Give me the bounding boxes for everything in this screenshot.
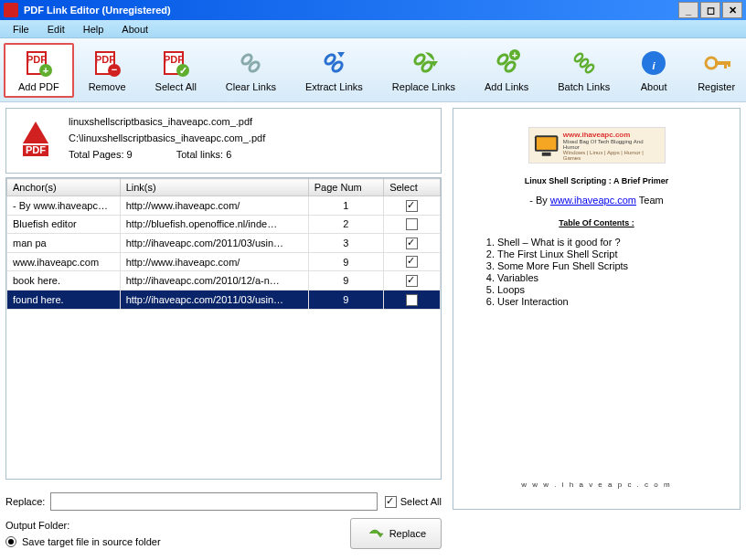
toolbar-register[interactable]: Register — [683, 43, 746, 98]
preview-byline: - By www.ihaveapc.com Team — [479, 195, 714, 206]
cell-link: http://ihaveapc.com/2010/12/a-n… — [120, 271, 308, 291]
row-checkbox[interactable] — [406, 294, 418, 306]
cell-page: 2 — [308, 215, 383, 234]
toolbar-label: Add Links — [485, 81, 528, 92]
row-checkbox[interactable] — [406, 256, 418, 268]
toolbar-label: Clear Links — [226, 81, 276, 92]
toolbar-add-pdf[interactable]: PDF+Add PDF — [4, 43, 74, 98]
banner-domain: www.ihaveapc.com — [563, 131, 661, 139]
cell-anchor: found here. — [7, 290, 121, 309]
toolbar-clear-links[interactable]: Clear Links — [211, 43, 291, 98]
menu-file[interactable]: File — [4, 22, 38, 37]
pdf-add-icon: PDF+ — [24, 48, 53, 78]
replace-button-label: Replace — [389, 528, 426, 539]
maximize-button[interactable]: ◻ — [700, 2, 720, 18]
select-all-checkbox[interactable] — [385, 496, 397, 508]
close-button[interactable]: ✕ — [722, 2, 742, 18]
preview-toc-heading: Table Of Contents : — [479, 218, 714, 227]
cell-page: 1 — [308, 196, 383, 216]
cell-select[interactable] — [384, 271, 441, 291]
table-row[interactable]: Bluefish editorhttp://bluefish.openoffic… — [7, 215, 441, 234]
svg-rect-29 — [724, 61, 727, 69]
pdf-file-icon: PDF — [14, 116, 58, 160]
pdf-remove-icon: PDF− — [92, 48, 122, 78]
cell-page: 9 — [308, 290, 383, 309]
cell-anchor: Bluefish editor — [7, 215, 121, 234]
preview-pane: www.ihaveapc.com Mixed Bag Of Tech Blogg… — [453, 108, 741, 510]
row-checkbox[interactable] — [406, 238, 418, 249]
header-select[interactable]: Select — [384, 179, 441, 196]
banner-sub2: Windows | Linux | Apps | Humor | Games — [563, 150, 661, 161]
table-row[interactable]: found here.http://ihaveapc.com/2011/03/u… — [7, 290, 441, 309]
toolbar-label: Batch Links — [558, 81, 610, 92]
toc-item: Shell – What is it good for ? — [497, 237, 714, 248]
menu-edit[interactable]: Edit — [38, 22, 74, 37]
header-anchor[interactable]: Anchor(s) — [7, 179, 121, 196]
cell-page: 9 — [308, 271, 383, 291]
toc-item: Variables — [497, 272, 714, 283]
cell-page: 3 — [308, 234, 383, 253]
svg-rect-28 — [715, 61, 730, 65]
preview-banner: www.ihaveapc.com Mixed Bag Of Tech Blogg… — [528, 127, 666, 164]
svg-text:PDF: PDF — [27, 54, 47, 65]
replace-arrow-icon — [366, 524, 384, 543]
toolbar-select-all[interactable]: PDF✓Select All — [141, 43, 211, 98]
toolbar: PDF+Add PDFPDF−RemovePDF✓Select AllClear… — [0, 38, 746, 102]
cell-anchor: book here. — [7, 271, 121, 291]
cell-anchor: - By www.ihaveapc… — [7, 196, 121, 216]
header-link[interactable]: Link(s) — [120, 179, 308, 196]
svg-rect-35 — [541, 153, 550, 156]
link-extract-icon — [319, 48, 348, 78]
toolbar-replace-links[interactable]: Replace Links — [378, 43, 470, 98]
toolbar-batch-links[interactable]: Batch Links — [543, 43, 624, 98]
save-source-radio[interactable] — [5, 536, 16, 547]
menu-about[interactable]: About — [112, 22, 157, 37]
toolbar-label: About — [641, 81, 667, 92]
svg-text:PDF: PDF — [164, 54, 184, 65]
toc-item: Some More Fun Shell Scripts — [497, 260, 714, 271]
file-path: C:\linuxshellscriptbasics_ihaveapc.com_.… — [69, 132, 433, 143]
table-row[interactable]: man pahttp://ihaveapc.com/2011/03/usin…3 — [7, 234, 441, 253]
table-row[interactable]: www.ihaveapc.comhttp://www.ihaveapc.com/… — [7, 252, 441, 271]
cell-select[interactable] — [384, 234, 441, 253]
total-links: Total links: 6 — [176, 149, 232, 160]
cell-link: http://ihaveapc.com/2011/03/usin… — [120, 234, 308, 253]
link-replace-icon — [409, 48, 438, 78]
cell-link: http://www.ihaveapc.com/ — [120, 252, 308, 271]
toc-item: Loops — [497, 284, 714, 295]
toolbar-label: Replace Links — [392, 81, 455, 92]
window-title: PDF Link Editor (Unregistered) — [24, 5, 677, 16]
minimize-button[interactable]: _ — [678, 2, 698, 18]
svg-rect-30 — [728, 61, 730, 67]
cell-select[interactable] — [384, 290, 441, 309]
svg-text:−: − — [112, 64, 117, 75]
cell-anchor: www.ihaveapc.com — [7, 252, 121, 271]
row-checkbox[interactable] — [406, 218, 418, 230]
replace-input[interactable] — [50, 492, 377, 511]
svg-text:+: + — [512, 49, 517, 60]
cell-page: 9 — [308, 252, 383, 271]
row-checkbox[interactable] — [406, 200, 418, 212]
cell-select[interactable] — [384, 252, 441, 271]
row-checkbox[interactable] — [406, 275, 418, 287]
table-row[interactable]: book here.http://ihaveapc.com/2010/12/a-… — [7, 271, 441, 291]
cell-select[interactable] — [384, 196, 441, 216]
monitor-icon — [533, 133, 560, 157]
preview-title: Linux Shell Scripting : A Brief Primer — [479, 176, 714, 185]
toolbar-extract-links[interactable]: Extract Links — [291, 43, 378, 98]
links-table: Anchor(s) Link(s) Page Num Select - By w… — [5, 177, 442, 480]
cell-anchor: man pa — [7, 234, 121, 253]
svg-text:✓: ✓ — [179, 65, 187, 76]
cell-select[interactable] — [384, 215, 441, 234]
toolbar-about[interactable]: iAbout — [624, 43, 683, 98]
menu-help[interactable]: Help — [74, 22, 113, 37]
toolbar-label: Register — [698, 81, 735, 92]
replace-button[interactable]: Replace — [350, 518, 442, 549]
toc-item: The First Linux Shell Script — [497, 248, 714, 259]
toolbar-remove[interactable]: PDF−Remove — [74, 43, 141, 98]
header-page[interactable]: Page Num — [308, 179, 383, 196]
table-row[interactable]: - By www.ihaveapc…http://www.ihaveapc.co… — [7, 196, 441, 216]
titlebar: PDF Link Editor (Unregistered) _ ◻ ✕ — [0, 0, 746, 20]
toolbar-add-links[interactable]: +Add Links — [470, 43, 543, 98]
link-batch-icon — [570, 48, 599, 78]
